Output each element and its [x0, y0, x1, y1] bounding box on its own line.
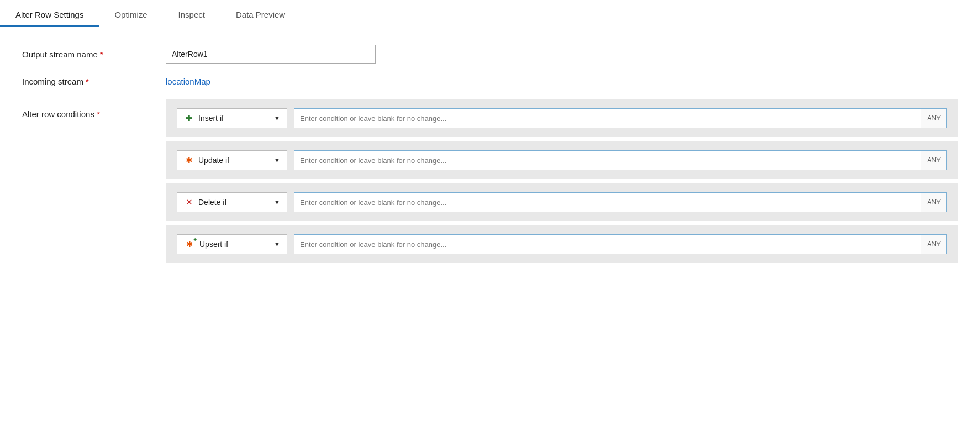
update-if-row: ✱ Update if ▼ ANY [166, 141, 958, 179]
insert-if-any: ANY [921, 109, 946, 128]
insert-if-arrow: ▼ [274, 115, 280, 122]
content-area: Output stream name* Incoming stream* loc… [0, 27, 980, 437]
upsert-if-any: ANY [921, 235, 946, 254]
alter-row-conditions-label: Alter row conditions* [22, 99, 166, 119]
conditions-rows: ✚ Insert if ▼ ANY ✱ Update if ▼ [166, 99, 958, 267]
update-icon: ✱ [184, 155, 194, 165]
tab-data-preview[interactable]: Data Preview [220, 4, 301, 27]
incoming-stream-label: Incoming stream* [22, 77, 166, 86]
output-stream-input[interactable] [166, 45, 376, 64]
delete-if-row: ✕ Delete if ▼ ANY [166, 183, 958, 221]
insert-if-row: ✚ Insert if ▼ ANY [166, 99, 958, 137]
incoming-stream-required: * [86, 77, 89, 86]
main-window: Alter Row Settings Optimize Inspect Data… [0, 0, 980, 437]
delete-if-arrow: ▼ [274, 199, 280, 206]
output-stream-row: Output stream name* [22, 45, 958, 64]
upsert-if-label: Upsert if [199, 240, 270, 249]
upsert-if-dropdown[interactable]: ✱+ Upsert if ▼ [177, 234, 287, 254]
alter-row-conditions-required: * [97, 109, 100, 119]
insert-if-input-wrapper: ANY [294, 108, 947, 128]
delete-if-input-wrapper: ANY [294, 192, 947, 212]
insert-if-label: Insert if [198, 114, 270, 123]
output-stream-required: * [100, 50, 103, 59]
update-if-input[interactable] [294, 151, 921, 170]
insert-icon: ✚ [184, 113, 194, 123]
output-stream-label: Output stream name* [22, 50, 166, 59]
tab-optimize[interactable]: Optimize [99, 4, 162, 27]
upsert-icon: ✱+ [184, 239, 195, 249]
delete-if-input[interactable] [294, 193, 921, 212]
incoming-stream-value[interactable]: locationMap [166, 77, 210, 86]
update-if-label: Update if [198, 156, 270, 165]
tab-inspect[interactable]: Inspect [163, 4, 220, 27]
delete-if-label: Delete if [198, 198, 270, 207]
update-if-arrow: ▼ [274, 157, 280, 164]
tab-bar: Alter Row Settings Optimize Inspect Data… [0, 0, 980, 27]
update-if-input-wrapper: ANY [294, 150, 947, 170]
delete-if-dropdown[interactable]: ✕ Delete if ▼ [177, 192, 287, 212]
upsert-if-arrow: ▼ [274, 241, 280, 248]
incoming-stream-row: Incoming stream* locationMap [22, 77, 958, 86]
alter-row-conditions-section: Alter row conditions* ✚ Insert if ▼ ANY [22, 99, 958, 267]
update-if-dropdown[interactable]: ✱ Update if ▼ [177, 150, 287, 170]
insert-if-dropdown[interactable]: ✚ Insert if ▼ [177, 108, 287, 128]
upsert-if-input[interactable] [294, 235, 921, 254]
insert-if-input[interactable] [294, 109, 921, 128]
upsert-if-input-wrapper: ANY [294, 234, 947, 254]
delete-if-any: ANY [921, 193, 946, 212]
delete-icon: ✕ [184, 197, 194, 207]
tab-alter-row-settings[interactable]: Alter Row Settings [0, 4, 99, 27]
update-if-any: ANY [921, 151, 946, 170]
upsert-if-row: ✱+ Upsert if ▼ ANY [166, 225, 958, 263]
